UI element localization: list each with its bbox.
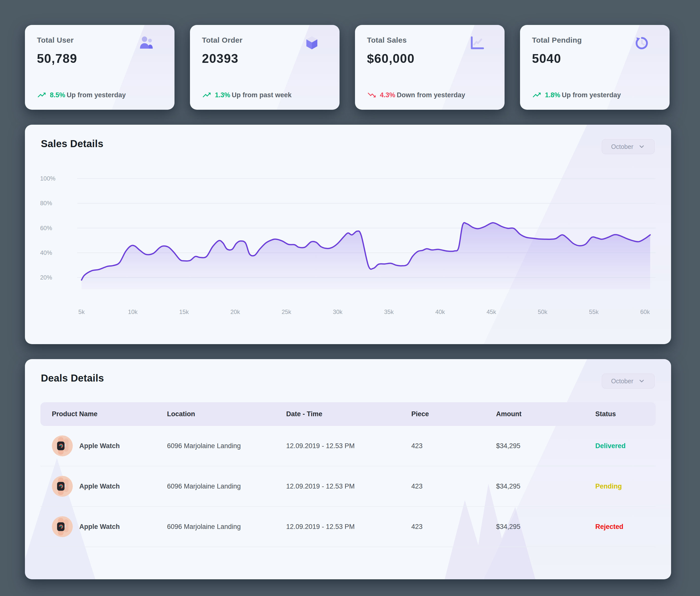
deals-month-value: October xyxy=(611,377,633,385)
y-tick-label: 100% xyxy=(40,175,55,182)
stat-trend: 4.3% Down from yesterday xyxy=(367,90,465,100)
sales-details-title: Sales Details xyxy=(41,138,103,149)
y-tick-label: 40% xyxy=(40,249,52,256)
x-tick-label: 25k xyxy=(282,308,291,316)
column-header-status: Status xyxy=(595,410,656,418)
product-name: Apple Watch xyxy=(79,523,120,531)
datetime-cell: 12.09.2019 - 12.53 PM xyxy=(286,523,411,531)
trend-text: Up from yesterday xyxy=(67,91,126,99)
x-tick-label: 5k xyxy=(78,308,84,316)
table-row: Apple Watch 6096 Marjolaine Landing 12.0… xyxy=(41,426,656,466)
stat-trend: 8.5% Up from yesterday xyxy=(37,90,126,100)
cube-icon xyxy=(304,35,320,51)
product-image-apple-watch xyxy=(52,516,73,537)
stat-trend: 1.3% Up from past week xyxy=(202,90,292,100)
stat-value: 5040 xyxy=(532,51,657,66)
product-name: Apple Watch xyxy=(79,482,120,490)
column-header-datetime: Date - Time xyxy=(286,410,411,418)
amount-cell: $34,295 xyxy=(496,442,595,450)
y-tick-label: 60% xyxy=(40,224,52,232)
amount-cell: $34,295 xyxy=(496,523,595,531)
stat-card-total-pending: Total Pending 5040 1.8% Up from yesterda… xyxy=(520,25,670,110)
column-header-location: Location xyxy=(167,410,286,418)
users-icon xyxy=(138,35,155,51)
trend-percent: 4.3% xyxy=(380,91,395,99)
stat-value: 50,789 xyxy=(37,51,162,66)
stat-value: $60,000 xyxy=(367,51,493,66)
x-tick-label: 45k xyxy=(487,308,496,316)
status-badge: Rejected xyxy=(595,523,656,531)
x-tick-label: 10k xyxy=(128,308,138,316)
trend-percent: 1.8% xyxy=(545,91,561,99)
x-tick-label: 55k xyxy=(589,308,599,316)
sales-month-value: October xyxy=(611,143,633,150)
product-name: Apple Watch xyxy=(79,442,120,450)
sales-month-dropdown[interactable]: October xyxy=(602,139,655,154)
x-tick-label: 40k xyxy=(435,308,445,316)
x-tick-label: 35k xyxy=(384,308,394,316)
piece-cell: 423 xyxy=(411,442,496,450)
status-badge: Delivered xyxy=(595,442,656,450)
status-badge: Pending xyxy=(595,482,656,490)
x-tick-label: 30k xyxy=(333,308,342,316)
stat-value: 20393 xyxy=(202,51,328,66)
product-image-apple-watch xyxy=(52,476,73,497)
trend-percent: 1.3% xyxy=(215,91,230,99)
datetime-cell: 12.09.2019 - 12.53 PM xyxy=(286,482,411,490)
column-header-product: Product Name xyxy=(52,410,167,418)
sales-area-chart xyxy=(77,165,656,289)
trend-percent: 8.5% xyxy=(50,91,65,99)
table-row: Apple Watch 6096 Marjolaine Landing 12.0… xyxy=(41,466,656,507)
deals-month-dropdown[interactable]: October xyxy=(602,374,655,389)
location-cell: 6096 Marjolaine Landing xyxy=(167,442,286,450)
location-cell: 6096 Marjolaine Landing xyxy=(167,482,286,490)
column-header-piece: Piece xyxy=(411,410,496,418)
datetime-cell: 12.09.2019 - 12.53 PM xyxy=(286,442,411,450)
sales-details-card: Sales Details October 20%40%60%80%100% 5… xyxy=(25,125,671,344)
trend-text: Up from yesterday xyxy=(562,91,621,99)
deals-table-header: Product Name Location Date - Time Piece … xyxy=(41,402,656,426)
column-header-amount: Amount xyxy=(496,410,595,418)
amount-cell: $34,295 xyxy=(496,482,595,490)
chart-line-icon xyxy=(469,35,485,51)
y-tick-label: 20% xyxy=(40,274,52,281)
trending-down-icon xyxy=(367,90,377,100)
trending-up-icon xyxy=(202,90,211,100)
x-tick-label: 60k xyxy=(640,308,650,316)
location-cell: 6096 Marjolaine Landing xyxy=(167,523,286,531)
stat-card-total-user: Total User 50,789 8.5% Up from yesterday xyxy=(25,25,175,110)
x-tick-label: 15k xyxy=(179,308,189,316)
stat-trend: 1.8% Up from yesterday xyxy=(532,90,621,100)
history-icon xyxy=(634,35,650,51)
trend-text: Down from yesterday xyxy=(397,91,465,99)
stat-card-total-order: Total Order 20393 1.3% Up from past week xyxy=(190,25,339,110)
deals-table-body: Apple Watch 6096 Marjolaine Landing 12.0… xyxy=(41,426,656,547)
chevron-down-icon xyxy=(638,377,645,384)
x-tick-label: 20k xyxy=(230,308,240,316)
deals-details-title: Deals Details xyxy=(41,373,104,384)
trending-up-icon xyxy=(532,90,541,100)
deals-details-card: Deals Details October Product Name Locat… xyxy=(25,359,671,579)
chevron-down-icon xyxy=(638,143,645,150)
table-row: Apple Watch 6096 Marjolaine Landing 12.0… xyxy=(41,507,656,547)
trend-text: Up from past week xyxy=(232,91,292,99)
piece-cell: 423 xyxy=(411,482,496,490)
piece-cell: 423 xyxy=(411,523,496,531)
x-tick-label: 50k xyxy=(538,308,547,316)
y-tick-label: 80% xyxy=(40,199,52,207)
product-image-apple-watch xyxy=(52,436,73,456)
trending-up-icon xyxy=(37,90,46,100)
stat-card-total-sales: Total Sales $60,000 4.3% Down from yeste… xyxy=(355,25,504,110)
